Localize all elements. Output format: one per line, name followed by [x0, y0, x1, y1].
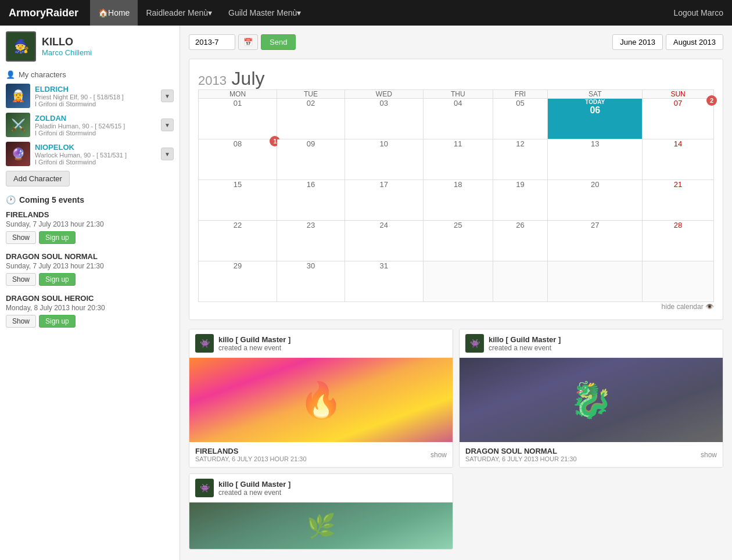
cal-day-11[interactable]: 11 — [423, 139, 493, 180]
character-item-niopelok[interactable]: 🔮 NIOPELOK Warlock Human, 90 - [ 531/531… — [6, 142, 174, 166]
cal-day-16[interactable]: 16 — [277, 180, 345, 221]
cal-day-26[interactable]: 26 — [493, 221, 548, 261]
eldrich-guild: I Grifoni di Stormwind — [35, 100, 161, 107]
prev-month-button[interactable]: June 2013 — [612, 34, 663, 50]
character-item-zoldan[interactable]: ⚔️ ZOLDAN Paladin Human, 90 - [ 524/515 … — [6, 113, 174, 137]
calendar-send-button[interactable]: Send — [261, 34, 296, 50]
signup-button-dsh[interactable]: Sign up — [39, 315, 76, 328]
event-card-show-0[interactable]: show — [430, 451, 447, 459]
calendar-picker-button[interactable]: 📅 — [238, 34, 258, 50]
next-month-button[interactable]: August 2013 — [666, 34, 723, 50]
event-card-username-1: killo [ Guild Master ] — [489, 335, 561, 344]
event-card-image-0: 🔥 — [189, 358, 453, 442]
event-card-header-2: 👾 killo [ Guild Master ] created a new e… — [189, 474, 453, 502]
cal-day-04[interactable]: 04 — [423, 99, 493, 139]
event-card-title-0: FIRELANDS — [195, 447, 307, 455]
cal-day-15[interactable]: 15 — [199, 180, 277, 221]
cal-day-01[interactable]: 01 — [199, 99, 277, 139]
show-button-dsh[interactable]: Show — [6, 315, 36, 328]
cal-day-23[interactable]: 23 — [277, 221, 345, 261]
sidebar: 🧙 KILLO Marco Chillemi 👤 My characters 🧝… — [0, 26, 180, 560]
logout-button[interactable]: Logout Marco — [673, 8, 723, 17]
cal-day-09[interactable]: 09 — [277, 139, 345, 180]
niopelok-name: NIOPELOK — [35, 143, 161, 152]
user-battletag[interactable]: Marco Chillemi — [42, 48, 92, 57]
cal-day-12[interactable]: 12 — [493, 139, 548, 180]
event-card-image-1: 🐉 — [460, 358, 723, 442]
cal-day-07[interactable]: 072 — [643, 99, 714, 139]
calendar-date-input[interactable] — [189, 34, 235, 50]
cal-day-24[interactable]: 24 — [345, 221, 423, 261]
cal-day-28[interactable]: 28 — [643, 221, 714, 261]
calendar-body: 0102030405TODAY0607208109101112131415161… — [199, 99, 714, 302]
raidleader-caret: ▾ — [208, 8, 212, 17]
character-item-eldrich[interactable]: 🧝 ELDRICH Priest Night Elf, 90 - [ 518/5… — [6, 84, 174, 108]
cal-day-29[interactable]: 29 — [199, 261, 277, 302]
event-card-footer-1: DRAGON SOUL NORMAL SATURDAY, 6 JULY 2013… — [460, 442, 723, 467]
cal-day-30[interactable]: 30 — [277, 261, 345, 302]
event-card-date-0: SATURDAY, 6 JULY 2013 HOUR 21:30 — [195, 455, 307, 462]
event-name-firelands: FIRELANDS — [6, 210, 174, 219]
signup-button-dsn[interactable]: Sign up — [39, 273, 76, 286]
hide-calendar-button[interactable]: hide calendar 👁️ — [662, 303, 714, 311]
event-card-2: 👾 killo [ Guild Master ] created a new e… — [189, 473, 453, 550]
cal-day-19[interactable]: 19 — [493, 180, 548, 221]
calendar-week-2: 15161718192021 — [199, 180, 714, 221]
user-info: KILLO Marco Chillemi — [42, 36, 92, 57]
cal-day-03[interactable]: 03 — [345, 99, 423, 139]
event-card-user-info-2: killo [ Guild Master ] created a new eve… — [218, 480, 290, 497]
event-date-dsh: Monday, 8 July 2013 hour 20:30 — [6, 304, 174, 312]
event-card-username-0: killo [ Guild Master ] — [218, 335, 290, 344]
cal-empty-cell — [423, 261, 493, 302]
nav-guildmaster[interactable]: Guild Master Menù ▾ — [220, 0, 309, 26]
event-cards-container: 👾 killo [ Guild Master ] created a new e… — [189, 329, 723, 550]
guildmaster-label: Guild Master Menù — [228, 8, 297, 17]
sidebar-event-dragon-soul-normal: DRAGON SOUL NORMAL Sunday, 7 July 2013 h… — [6, 252, 174, 286]
niopelok-dropdown[interactable]: ▼ — [161, 148, 174, 160]
cal-day-13[interactable]: 13 — [548, 139, 643, 180]
calendar-nav: 📅 Send June 2013 August 2013 — [189, 34, 723, 50]
sidebar-event-firelands: FIRELANDS Sunday, 7 July 2013 hour 21:30… — [6, 210, 174, 244]
cal-day-14[interactable]: 14 — [643, 139, 714, 180]
cal-day-27[interactable]: 27 — [548, 221, 643, 261]
eldrich-dropdown[interactable]: ▼ — [161, 89, 174, 102]
cal-day-02[interactable]: 02 — [277, 99, 345, 139]
cal-empty-cell — [643, 261, 714, 302]
calendar-title: 2013 July — [198, 68, 714, 89]
cal-day-25[interactable]: 25 — [423, 221, 493, 261]
calendar-week-1: 081091011121314 — [199, 139, 714, 180]
cal-day-05[interactable]: 05 — [493, 99, 548, 139]
cal-day-31[interactable]: 31 — [345, 261, 423, 302]
cal-day-21[interactable]: 21 — [643, 180, 714, 221]
zoldan-dropdown[interactable]: ▼ — [161, 119, 174, 131]
event-card-user-info-1: killo [ Guild Master ] created a new eve… — [489, 335, 561, 352]
eldrich-name: ELDRICH — [35, 85, 161, 94]
zoldan-name: ZOLDAN — [35, 114, 161, 123]
my-characters-title: 👤 My characters — [6, 70, 174, 79]
event-card-info-0: FIRELANDS SATURDAY, 6 JULY 2013 HOUR 21:… — [195, 447, 307, 462]
cal-day-18[interactable]: 18 — [423, 180, 493, 221]
cal-day-TODAY[interactable]: TODAY06 — [548, 99, 643, 139]
calendar-week-4: 293031 — [199, 261, 714, 302]
event-card-user-info-0: killo [ Guild Master ] created a new eve… — [218, 335, 290, 352]
event-name-dsn: DRAGON SOUL NORMAL — [6, 252, 174, 261]
cal-day-20[interactable]: 20 — [548, 180, 643, 221]
col-tue: TUE — [277, 90, 345, 99]
nav-home[interactable]: 🏠 Home — [90, 0, 138, 26]
calendar-month-buttons: June 2013 August 2013 — [612, 34, 723, 50]
event-card-avatar-0: 👾 — [195, 334, 214, 353]
show-button-firelands[interactable]: Show — [6, 231, 36, 244]
show-button-dsn[interactable]: Show — [6, 273, 36, 286]
add-character-button[interactable]: Add Character — [6, 171, 70, 186]
raidleader-label: Raidleader Menù — [146, 8, 208, 17]
cal-day-10[interactable]: 10 — [345, 139, 423, 180]
cal-day-22[interactable]: 22 — [199, 221, 277, 261]
signup-button-firelands[interactable]: Sign up — [39, 231, 76, 244]
navbar-brand[interactable]: ArmoryRaider — [9, 7, 78, 19]
event-card-show-1[interactable]: show — [701, 451, 717, 459]
nav-raidleader[interactable]: Raidleader Menù ▾ — [138, 0, 220, 26]
main-content: 📅 Send June 2013 August 2013 2013 July M… — [180, 26, 732, 560]
cal-day-08[interactable]: 081 — [199, 139, 277, 180]
guildmaster-caret: ▾ — [297, 8, 301, 17]
cal-day-17[interactable]: 17 — [345, 180, 423, 221]
